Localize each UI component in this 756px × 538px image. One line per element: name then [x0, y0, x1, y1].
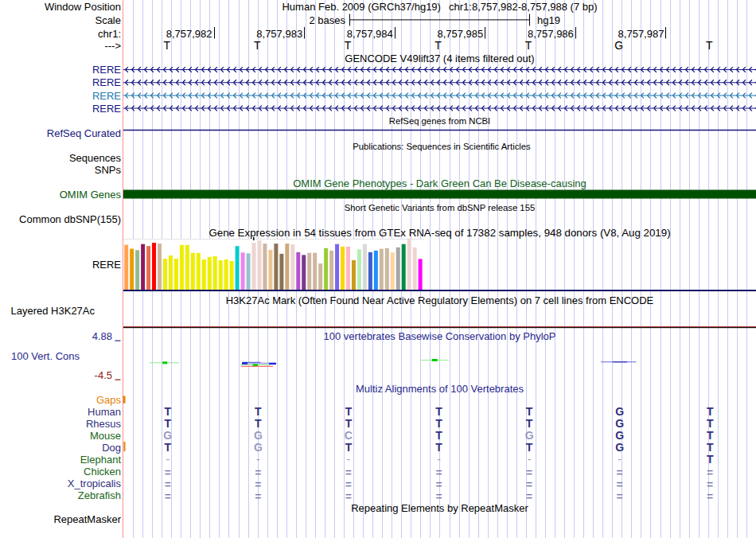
svg-text:=: =: [617, 478, 623, 491]
svg-text:4.88: 4.88: [92, 330, 112, 342]
svg-text:T: T: [435, 441, 442, 454]
svg-text:Scale: Scale: [95, 14, 121, 26]
svg-text:T: T: [164, 39, 171, 52]
svg-text:=: =: [345, 478, 352, 491]
svg-text:Short Genetic Variants from db: Short Genetic Variants from dbSNP releas…: [345, 203, 535, 212]
svg-text:-: -: [256, 453, 260, 466]
svg-text:Chicken: Chicken: [84, 466, 121, 478]
svg-text:100 Vert. Cons: 100 Vert. Cons: [11, 350, 80, 362]
svg-text:8,757,984: 8,757,984: [347, 28, 393, 40]
svg-text:OMIM Genes: OMIM Genes: [60, 189, 122, 201]
svg-text:8,757,985: 8,757,985: [437, 28, 483, 40]
svg-text:T: T: [526, 441, 533, 454]
svg-text:G: G: [615, 441, 624, 454]
svg-text:=: =: [707, 478, 713, 491]
svg-text:=: =: [617, 466, 623, 479]
svg-text:G: G: [163, 429, 172, 442]
svg-text:T: T: [165, 405, 172, 418]
svg-text:X_tropicalis: X_tropicalis: [68, 478, 122, 489]
svg-text:Human: Human: [88, 406, 121, 418]
svg-text:C: C: [345, 429, 353, 442]
svg-text:RERE: RERE: [92, 90, 121, 102]
svg-text:Window Position: Window Position: [45, 1, 121, 13]
svg-text:=: =: [526, 478, 532, 491]
svg-text:Gene Expression in 54 tissues: Gene Expression in 54 tissues from GTEx …: [208, 227, 670, 239]
svg-text:Rhesus: Rhesus: [86, 418, 122, 430]
svg-text:=: =: [435, 478, 442, 491]
svg-text:T: T: [707, 417, 714, 430]
svg-text:T: T: [706, 39, 713, 52]
svg-text:Sequences: Sequences: [69, 152, 122, 164]
svg-text:G: G: [254, 441, 263, 454]
svg-text:=: =: [707, 490, 713, 503]
svg-text:Elephant: Elephant: [80, 454, 122, 466]
svg-text:--->: --->: [104, 40, 121, 52]
svg-text:8,757,987: 8,757,987: [618, 28, 664, 40]
svg-text:RefSeq Curated: RefSeq Curated: [47, 127, 121, 139]
svg-text:=: =: [435, 490, 442, 503]
svg-text:RepeatMasker: RepeatMasker: [53, 513, 121, 525]
svg-text:T: T: [525, 39, 532, 52]
svg-text:Common dbSNP(155): Common dbSNP(155): [19, 213, 121, 225]
svg-text:T: T: [165, 441, 172, 454]
svg-text:G: G: [615, 405, 624, 418]
svg-text:RERE: RERE: [92, 259, 121, 271]
svg-text:Layered H3K27Ac: Layered H3K27Ac: [11, 305, 95, 317]
svg-text:=: =: [345, 466, 352, 479]
svg-text:RefSeq genes from NCBI: RefSeq genes from NCBI: [389, 116, 490, 126]
svg-text:T: T: [345, 417, 353, 430]
svg-text:G: G: [615, 429, 624, 442]
svg-text:-: -: [528, 453, 532, 466]
svg-text:T: T: [254, 39, 261, 52]
svg-text:T: T: [255, 417, 262, 430]
svg-text:Zebrafish: Zebrafish: [78, 489, 121, 501]
svg-text:G: G: [615, 417, 624, 430]
svg-text:chr1:: chr1:: [98, 28, 121, 40]
svg-text:=: =: [165, 478, 171, 491]
svg-text:T: T: [526, 417, 533, 430]
svg-text:T: T: [255, 405, 262, 418]
svg-text:Publications: Sequences in Sci: Publications: Sequences in Scientific Ar…: [353, 142, 531, 151]
svg-text:2 bases: 2 bases: [309, 14, 345, 26]
svg-text:8,757,983: 8,757,983: [256, 28, 302, 40]
svg-text:Mouse: Mouse: [90, 430, 121, 442]
svg-text:Multiz Alignments of 100 Verte: Multiz Alignments of 100 Vertebrates: [356, 383, 524, 395]
svg-text:8,757,982: 8,757,982: [166, 28, 212, 40]
svg-text:T: T: [435, 405, 442, 418]
svg-text:=: =: [255, 490, 261, 503]
svg-text:T: T: [707, 429, 714, 442]
svg-text:T: T: [435, 429, 442, 442]
svg-text:-: -: [437, 453, 441, 466]
svg-text:T: T: [165, 417, 172, 430]
svg-text:H3K27Ac Mark (Often Found Near: H3K27Ac Mark (Often Found Near Active Re…: [226, 294, 654, 306]
svg-text:G: G: [525, 429, 534, 442]
svg-text:hg19: hg19: [537, 14, 560, 26]
svg-text:=: =: [165, 466, 171, 479]
svg-text:=: =: [255, 466, 261, 479]
svg-text:SNPs: SNPs: [95, 164, 122, 176]
svg-text:T: T: [345, 405, 353, 418]
svg-text:T: T: [707, 405, 714, 418]
svg-text:Repeating Elements by RepeatMa: Repeating Elements by RepeatMasker: [351, 502, 528, 514]
svg-text:RERE: RERE: [92, 64, 121, 76]
svg-text:T: T: [345, 441, 353, 454]
svg-text:8,757,986: 8,757,986: [528, 28, 574, 40]
svg-text:Gaps: Gaps: [96, 394, 122, 406]
svg-text:=: =: [526, 466, 532, 479]
svg-text:G: G: [614, 39, 623, 52]
svg-text:RERE: RERE: [92, 103, 121, 115]
svg-text:GENCODE V49lift37 (4 items fil: GENCODE V49lift37 (4 items filtered out): [345, 53, 534, 64]
svg-text:Dog: Dog: [102, 442, 121, 454]
svg-text:-: -: [347, 453, 351, 466]
svg-text:T: T: [345, 39, 352, 52]
svg-text:T: T: [435, 417, 442, 430]
svg-text:T: T: [707, 441, 714, 454]
svg-text:RERE: RERE: [92, 76, 121, 88]
svg-text:-: -: [166, 453, 170, 466]
svg-text:=: =: [435, 466, 442, 479]
svg-text:T: T: [707, 453, 714, 466]
svg-text:-4.5: -4.5: [95, 369, 112, 381]
svg-text:=: =: [707, 466, 713, 479]
svg-text:=: =: [345, 490, 352, 503]
svg-text:T: T: [435, 39, 442, 52]
